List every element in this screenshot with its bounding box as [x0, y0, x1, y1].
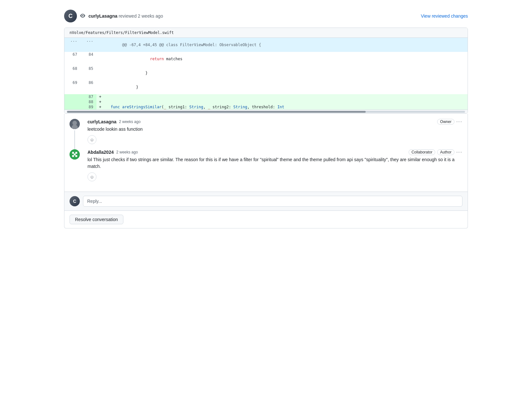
line-content: + [96, 99, 468, 104]
comment-thread: curlyLasagna 2 weeks ago Owner ··· leetc… [64, 114, 468, 192]
comment-2-header-left: Abdalla2024 2 weeks ago [87, 150, 138, 155]
comment-1-body: curlyLasagna 2 weeks ago Owner ··· leetc… [87, 119, 462, 144]
svg-rect-8 [75, 155, 77, 157]
line-content: } [96, 80, 468, 94]
new-line-num: 86 [80, 80, 96, 94]
horizontal-scrollbar[interactable] [64, 110, 468, 113]
comment-1-username: curlyLasagna [87, 119, 116, 124]
old-line-num [64, 99, 80, 104]
reply-input[interactable]: Reply... [83, 196, 462, 207]
new-line-num: 88 [80, 99, 96, 104]
review-header-left: C curlyLasagna reviewed 2 weeks ago [64, 10, 163, 22]
hunk-content: @@ -67,4 +84,45 @@ class FilterViewModel… [96, 38, 468, 52]
reviewer-avatar: C [64, 10, 77, 22]
comment-2-badges: Collaborator Author ··· [409, 149, 462, 155]
diff-filename: nVolve/Features/Filters/FilterViewModel.… [64, 28, 468, 38]
eye-icon [80, 13, 85, 19]
scrollbar-track [67, 111, 465, 113]
review-action-text: reviewed 2 weeks ago [119, 13, 163, 19]
line-content: + [96, 94, 468, 99]
diff-line-68: 68 85 } [64, 66, 468, 80]
resolve-conversation-button[interactable]: Resolve conversation [70, 215, 123, 224]
comment-2-more-options[interactable]: ··· [456, 149, 462, 155]
line-content: return matches [96, 52, 468, 66]
new-line-num: 84 [80, 52, 96, 66]
comment-2-emoji-reaction[interactable]: ☺ [87, 172, 96, 181]
scrollbar-thumb [67, 111, 366, 113]
comment-1-text: leetcode lookin ass function [87, 126, 462, 133]
comment-1-header-left: curlyLasagna 2 weeks ago [87, 119, 141, 124]
reply-avatar: C [70, 196, 80, 206]
diff-line-89: 89 + func areStringsSimilar(_ string1: S… [64, 104, 468, 110]
old-line-num [64, 104, 80, 110]
old-line-num: 67 [64, 52, 80, 66]
author-badge: Author [437, 149, 454, 155]
reply-section: C Reply... [64, 192, 468, 210]
old-line-num: 68 [64, 66, 80, 80]
comment-2: Abdalla2024 2 weeks ago Collaborator Aut… [70, 149, 462, 181]
new-line-num: 89 [80, 104, 96, 110]
comment-1-header: curlyLasagna 2 weeks ago Owner ··· [87, 119, 462, 125]
review-header: C curlyLasagna reviewed 2 weeks ago View… [64, 6, 468, 28]
comment-1-more-options[interactable]: ··· [456, 119, 462, 125]
old-line-num: 69 [64, 80, 80, 94]
comment-avatar-line [70, 119, 80, 144]
resolve-section: Resolve conversation [64, 210, 468, 228]
comment-2-avatar-wrapper [70, 149, 80, 181]
line-content: + func areStringsSimilar(_ string1: Stri… [96, 104, 468, 110]
reply-placeholder: Reply... [87, 199, 102, 204]
diff-line-88: 88 + [64, 99, 468, 104]
old-line-num [64, 94, 80, 99]
diff-hunk-header: ... ... @@ -67,4 +84,45 @@ class FilterV… [64, 38, 468, 52]
svg-rect-7 [72, 155, 74, 157]
comment-2-timestamp: 2 weeks ago [116, 150, 138, 154]
comment-1-badges: Owner ··· [437, 119, 462, 125]
diff-container: nVolve/Features/Filters/FilterViewModel.… [64, 28, 468, 114]
page-container: C curlyLasagna reviewed 2 weeks ago View… [64, 6, 468, 228]
hunk-old-num: ... [64, 38, 80, 52]
new-line-num: 87 [80, 94, 96, 99]
comment-2-text: lol This just checks if two strings are … [87, 156, 462, 170]
diff-line-87: 87 + [64, 94, 468, 99]
comment-1-timestamp: 2 weeks ago [119, 120, 140, 124]
reviewer-username: curlyLasagna [88, 13, 117, 19]
comment-2-avatar [70, 149, 80, 160]
diff-line-69: 69 86 } [64, 80, 468, 94]
view-reviewed-changes-link[interactable]: View reviewed changes [421, 13, 468, 19]
line-content: } [96, 66, 468, 80]
diff-line-67: 67 84 return matches [64, 52, 468, 66]
comment-1-avatar [70, 119, 80, 129]
new-line-num: 85 [80, 66, 96, 80]
comment-1-emoji-reaction[interactable]: ☺ [87, 135, 96, 144]
svg-point-1 [72, 121, 77, 125]
comment-1: curlyLasagna 2 weeks ago Owner ··· leetc… [70, 119, 462, 144]
hunk-new-num: ... [80, 38, 96, 52]
review-meta: curlyLasagna reviewed 2 weeks ago [88, 13, 163, 19]
comments-section: curlyLasagna 2 weeks ago Owner ··· leetc… [64, 114, 468, 228]
comment-2-header: Abdalla2024 2 weeks ago Collaborator Aut… [87, 149, 462, 155]
owner-badge: Owner [437, 119, 454, 125]
comment-2-body: Abdalla2024 2 weeks ago Collaborator Aut… [87, 149, 462, 181]
diff-table: ... ... @@ -67,4 +84,45 @@ class FilterV… [64, 38, 468, 110]
collaborator-badge: Collaborator [409, 149, 435, 155]
comment-2-username: Abdalla2024 [87, 150, 114, 155]
